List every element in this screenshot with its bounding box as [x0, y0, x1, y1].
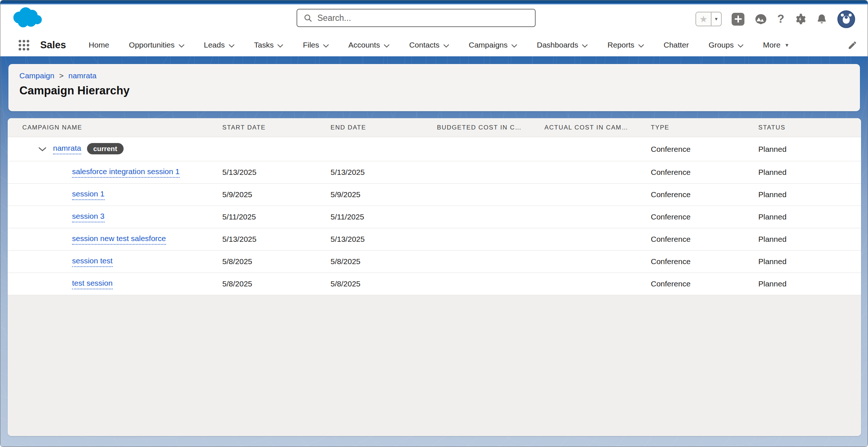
search-input[interactable]: [317, 10, 535, 26]
cell-type: Conference: [651, 168, 758, 177]
breadcrumb-link-namrata[interactable]: namrata: [68, 71, 97, 80]
tab-chevron[interactable]: [512, 41, 517, 49]
search-icon: [304, 14, 312, 22]
column-header: START DATE: [222, 124, 331, 131]
table-row: session 1 5/9/20255/9/2025ConferencePlan…: [8, 184, 861, 206]
tab-groups[interactable]: Groups: [709, 41, 743, 49]
tab-chevron[interactable]: [738, 41, 743, 49]
breadcrumb-link-campaign[interactable]: Campaign: [19, 71, 54, 80]
cell-campaign-name: salesforce integration session 1: [22, 167, 222, 178]
favorites-dropdown-button[interactable]: ▼: [711, 12, 721, 26]
collapse-branch-button[interactable]: [38, 147, 46, 151]
tab-label: Files: [303, 41, 319, 49]
tab-caret-icon[interactable]: ▼: [785, 42, 789, 48]
table-row: salesforce integration session 1 5/13/20…: [8, 161, 861, 184]
tab-tasks[interactable]: Tasks: [254, 41, 283, 49]
help-button[interactable]: ?: [777, 12, 784, 26]
tab-chevron[interactable]: [179, 41, 184, 49]
setup-gear-icon: [794, 13, 806, 25]
cell-end-date: 5/9/2025: [331, 190, 437, 199]
campaign-link[interactable]: session 3: [72, 212, 105, 222]
tab-accounts[interactable]: Accounts: [348, 41, 389, 49]
cell-status: Planned: [758, 213, 861, 221]
table-header-row: CAMPAIGN NAMESTART DATEEND DATEBUDGETED …: [8, 118, 861, 137]
cell-campaign-name: session new test salesforce: [22, 234, 222, 245]
tab-leads[interactable]: Leads: [204, 41, 234, 49]
tab-label: Groups: [709, 41, 734, 49]
app-launcher-icon[interactable]: [19, 40, 29, 50]
notifications-button[interactable]: [816, 14, 827, 25]
page-title: Campaign Hierarchy: [19, 84, 849, 97]
tab-label: Tasks: [254, 41, 274, 49]
tab-chevron[interactable]: [638, 41, 644, 49]
global-actions-add-button[interactable]: [732, 13, 744, 26]
table-row: namrata current ConferencePlanned: [8, 137, 861, 161]
chevron-down-icon: [638, 44, 644, 48]
tab-chevron[interactable]: [323, 41, 329, 49]
campaign-link[interactable]: namrata: [53, 144, 81, 154]
tab-label: Contacts: [409, 41, 439, 49]
tab-campaigns[interactable]: Campaigns: [469, 41, 517, 49]
tab-home[interactable]: Home: [89, 41, 109, 49]
chevron-down-icon: [582, 44, 588, 48]
salesforce-window: ★ ▼ ?: [0, 0, 868, 447]
tab-label: Campaigns: [469, 41, 507, 49]
campaign-link[interactable]: test session: [72, 279, 113, 289]
pencil-icon: [848, 40, 857, 50]
breadcrumb-separator: >: [59, 71, 64, 80]
edit-navigation-button[interactable]: [848, 40, 857, 50]
cell-campaign-name: session test: [22, 256, 222, 267]
cell-type: Conference: [651, 235, 758, 244]
bell-icon: [816, 14, 827, 25]
tab-chevron[interactable]: [582, 41, 588, 49]
tab-chatter[interactable]: Chatter: [664, 41, 689, 49]
chevron-down-icon: [179, 44, 184, 48]
table-row: session test 5/8/20255/8/2025ConferenceP…: [8, 251, 861, 273]
campaign-link[interactable]: salesforce integration session 1: [72, 167, 180, 178]
cell-campaign-name: test session: [22, 279, 222, 289]
app-name[interactable]: Sales: [40, 40, 66, 51]
campaign-link[interactable]: session 1: [72, 189, 105, 200]
cell-status: Planned: [758, 145, 861, 154]
tab-dashboards[interactable]: Dashboards: [537, 41, 588, 49]
cell-type: Conference: [651, 279, 758, 288]
column-header: STATUS: [758, 124, 861, 131]
setup-button[interactable]: [794, 13, 806, 25]
table-row: session 3 5/11/20255/11/2025ConferencePl…: [8, 206, 861, 228]
column-header: CAMPAIGN NAME: [22, 124, 222, 131]
tab-chevron[interactable]: [229, 41, 234, 49]
tab-reports[interactable]: Reports: [607, 41, 644, 49]
tab-chevron[interactable]: [384, 41, 389, 49]
cell-status: Planned: [758, 235, 861, 244]
tab-chevron[interactable]: [444, 41, 449, 49]
avatar-button[interactable]: [837, 10, 855, 28]
cell-status: Planned: [758, 257, 861, 266]
chevron-down-icon: [444, 44, 449, 48]
campaign-link[interactable]: session test: [72, 256, 113, 267]
table-body: namrata current ConferencePlanned salesf…: [8, 137, 861, 295]
trailhead-mountain-icon: [754, 14, 767, 25]
campaign-link[interactable]: session new test salesforce: [72, 234, 166, 245]
tab-opportunities[interactable]: Opportunities: [129, 41, 184, 49]
cell-start-date: 5/13/2025: [222, 168, 331, 177]
favorite-star-button[interactable]: ★: [696, 12, 711, 26]
tab-label: Opportunities: [129, 41, 175, 49]
tab-chevron[interactable]: [278, 41, 283, 49]
tab-label: Dashboards: [537, 41, 578, 49]
tab-contacts[interactable]: Contacts: [409, 41, 449, 49]
current-badge: current: [87, 143, 123, 154]
cell-type: Conference: [651, 145, 758, 154]
global-header: ★ ▼ ?: [0, 4, 868, 34]
top-accent-strip: [0, 0, 868, 3]
cell-end-date: 5/8/2025: [331, 279, 437, 288]
cell-status: Planned: [758, 168, 861, 177]
cell-start-date: 5/8/2025: [222, 257, 331, 266]
avatar: [837, 10, 855, 28]
cell-end-date: 5/11/2025: [331, 213, 437, 221]
trailhead-button[interactable]: [754, 14, 767, 25]
tab-files[interactable]: Files: [303, 41, 328, 49]
tab-more[interactable]: More▼: [763, 41, 789, 49]
page-content: Campaign > namrata Campaign Hierarchy CA…: [0, 56, 868, 447]
favorites-control: ★ ▼: [695, 12, 722, 26]
tab-label: More: [763, 41, 781, 49]
